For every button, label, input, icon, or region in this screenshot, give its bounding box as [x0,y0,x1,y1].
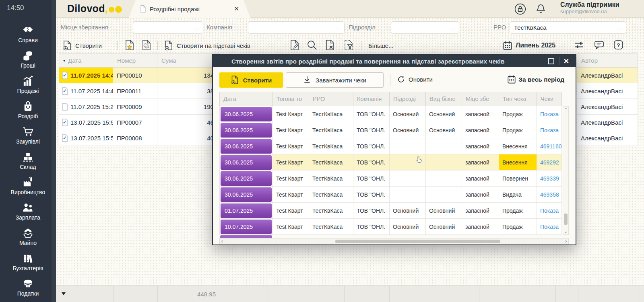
scroll-down-icon[interactable]: ⌄ [563,229,568,234]
table-row[interactable]: ✓ 11.07.2025 14:4 ПР00011 38. [59,83,220,99]
column-header-date[interactable]: ▾Дата [59,53,113,68]
sidebar-item-podatky[interactable]: Податки [0,274,56,300]
table-row[interactable]: ✓ 11.07.2025 14:4 ПР00010 134. [59,68,220,83]
modal-period-selector[interactable]: За весь період [507,75,564,84]
checks-link[interactable]: 469358 [537,187,562,203]
ellipsis-picker[interactable]: ... [450,25,456,31]
sidebar-item-zakupivli[interactable]: Закупівлі [0,122,56,148]
tab-close-icon[interactable]: ✕ [234,5,239,12]
check-row[interactable]: 30.06.2025 Test Кварт ТестКвКаса ТОВ "ОН… [219,122,562,138]
separator [157,41,158,50]
check-row[interactable]: 30.06.2025 Test Кварт ТестКвКаса ТОВ "ОН… [219,171,562,187]
column-header-type[interactable]: Тип чека [499,92,537,106]
column-header-author[interactable]: Автор [577,53,638,68]
business-cell [426,187,462,203]
support-block[interactable]: Служба підтримки support@dilovod.ua [560,1,619,14]
checks-link[interactable]: 469339 [537,171,562,187]
sidebar-item-prodazhi[interactable]: Продажі [0,72,56,97]
document-star-icon[interactable] [124,39,135,51]
search-icon[interactable] [306,39,318,51]
help-icon[interactable]: ? [613,39,624,50]
sidebar-item-spravy[interactable]: Справи [0,21,56,46]
department-filter-input[interactable]: ... [391,21,459,34]
company-filter-input[interactable]: ... [248,21,345,34]
scroll-left-icon[interactable]: ‹ [221,238,223,244]
create-button[interactable]: Створити [62,39,102,51]
settings-sliders-icon[interactable] [574,39,585,51]
check-row[interactable]: 30.06.2025 Test Кварт ТестКвКаса ТОВ "ОН… [219,187,562,203]
checks-link[interactable]: Показа [537,122,562,138]
sidebar-item-sklad[interactable]: Склад [0,148,56,173]
check-row[interactable]: 30.06.2025 Test Кварт ТестКвКаса ТОВ "ОН… [219,138,562,154]
scrollbar-thumb[interactable] [335,240,500,243]
create-from-checks-button[interactable]: Створити на підставі чеків [164,39,250,51]
column-header-checks[interactable]: Чеки [537,92,562,106]
sidebar-item-zarplata[interactable]: Зарплата [0,198,56,224]
check-row[interactable]: 10.07.2025 Test Кварт ТестКвКаса ТОВ "ОН… [219,219,562,235]
modal-create-button[interactable]: Створити [219,72,283,88]
type-cell: Видача [499,187,537,203]
checks-link[interactable]: 4691160 [537,138,562,154]
maximize-icon[interactable] [548,58,554,64]
sidebar-item-bukhhalteriia[interactable]: Бухгалтерія [0,249,56,274]
ellipsis-picker[interactable]: ... [194,25,200,31]
date-pill: 30.06.2025 [221,155,272,170]
column-header-point[interactable]: Тогова то [273,92,309,106]
checks-link[interactable]: 469292 [537,154,562,171]
column-header-company[interactable]: Компанія [353,92,390,106]
storage-filter-input[interactable]: ... [133,21,203,34]
column-header-rro[interactable]: РРО [309,92,353,106]
scrollbar-thumb[interactable] [564,214,568,225]
author-cell[interactable]: АлександрВасі [577,115,638,130]
check-row[interactable]: 30.06.2025 Test Кварт ТестКвКаса ТОВ "ОН… [219,106,562,122]
comment-icon[interactable] [594,39,605,50]
scroll-up-icon[interactable]: ⌃ [563,107,568,112]
author-cell[interactable]: АлександрВасі [577,83,638,99]
period-selector[interactable]: Липень 2025 [503,39,555,51]
separator [117,41,118,50]
document-delete-icon[interactable] [325,39,335,51]
lock-icon[interactable] [514,3,526,15]
table-row[interactable]: ✓ 13.07.2025 15:5 ПР00008 40. [59,130,220,146]
rro-filter-input[interactable]: ТестКвКаса... [510,21,626,34]
sidebar-nav: Справи Гроші Продажі Роздріб Закупівлі С… [0,21,56,300]
ellipsis-picker[interactable]: ... [617,25,623,31]
column-header-number[interactable]: Номер [113,53,157,68]
scroll-right-icon[interactable]: › [565,238,567,244]
more-button[interactable]: Більше... [368,39,394,51]
sidebar-item-vyrobnytstvo[interactable]: Виробництво [0,173,56,198]
author-cell[interactable]: АлександрВасі [577,68,638,83]
author-cell[interactable]: АлександрВасі [577,99,638,115]
column-header-date[interactable]: Дата [219,92,273,106]
document-filter-icon[interactable] [343,39,354,51]
ellipsis-picker[interactable]: ... [335,25,341,31]
sidebar-item-maino[interactable]: Майно [0,224,56,249]
check-row[interactable]: 01.07.2025 Test Кварт ТестКвКаса ТОВ "ОН… [219,203,562,219]
footer-expand-icon[interactable] [62,292,66,295]
refresh-button[interactable]: Оновити [397,75,433,84]
document-attachment-icon[interactable] [141,39,152,51]
checks-link[interactable]: Показа [537,219,562,235]
column-header-business[interactable]: Вид бізне [426,92,462,106]
table-row[interactable]: ✓ 13.07.2025 15:5 ПР00007 46. [59,115,220,130]
modal-title-bar[interactable]: Створення звітів про роздрібні продажі т… [213,55,576,67]
column-header-sum[interactable]: Сума [157,53,220,68]
bell-icon[interactable] [535,3,546,14]
tab-retail-sales[interactable]: Роздрібні продажі ✕ [129,0,250,18]
sidebar-item-rozdrib[interactable]: Роздріб [0,97,56,122]
column-header-department[interactable]: Підрозді [390,92,426,106]
dilovod-logo[interactable]: Dilovod, [67,3,122,14]
document-edit-icon[interactable] [289,39,300,51]
checks-link[interactable]: Показа [537,106,562,122]
sidebar-item-hroshi[interactable]: Гроші [0,46,56,72]
vertical-scrollbar[interactable]: ⌃ ⌄ [563,106,569,235]
column-header-storage[interactable]: Міце збе [462,92,499,106]
load-checks-button[interactable]: Завантажити чеки [286,72,384,88]
checks-link[interactable]: Показа [537,203,562,219]
horizontal-scrollbar[interactable]: ‹ › [219,238,569,244]
support-title: Служба підтримки [560,1,619,8]
check-row[interactable]: 30.06.2025 Test Кварт ТестКвКаса ТОВ "ОН… [219,154,562,171]
close-icon[interactable]: ✕ [559,57,573,66]
author-cell[interactable]: АлександрВасі [577,130,638,146]
table-row[interactable]: ✓ 11.07.2025 15:2 ПР00009 190. [59,99,220,115]
